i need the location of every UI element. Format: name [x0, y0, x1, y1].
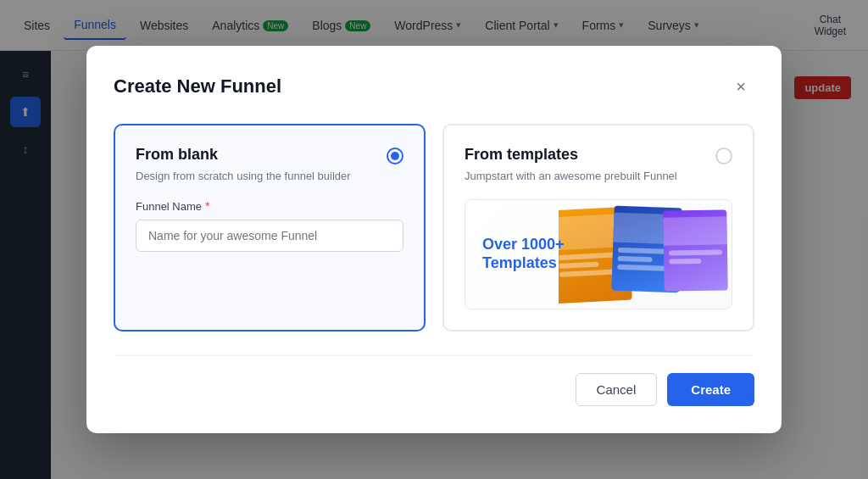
modal-close-button[interactable]: × — [727, 73, 754, 100]
templates-sub: Templates — [482, 254, 565, 273]
from-blank-radio[interactable] — [387, 148, 403, 164]
funnel-name-label: Funnel Name * — [136, 199, 403, 213]
templates-mockup — [559, 200, 732, 309]
modal-footer: Cancel Create — [114, 355, 754, 406]
modal-title: Create New Funnel — [114, 75, 281, 97]
options-row: From blank Design from scratch using the… — [114, 124, 754, 331]
funnel-name-input[interactable] — [136, 220, 403, 252]
from-blank-header: From blank — [136, 146, 403, 164]
from-blank-option[interactable]: From blank Design from scratch using the… — [114, 124, 426, 331]
modal-overlay: Create New Funnel × From blank Design fr… — [0, 0, 868, 479]
from-blank-title: From blank — [136, 146, 218, 164]
funnel-name-group: Funnel Name * — [136, 199, 403, 252]
create-button[interactable]: Create — [667, 373, 754, 406]
template-card-3 — [663, 209, 728, 291]
create-funnel-modal: Create New Funnel × From blank Design fr… — [86, 46, 782, 433]
from-templates-title: From templates — [465, 146, 578, 164]
templates-preview: Over 1000+ Templates — [465, 199, 732, 309]
required-indicator: * — [205, 199, 209, 213]
templates-label-area: Over 1000+ Templates — [482, 236, 565, 272]
from-templates-header: From templates — [465, 146, 732, 164]
from-templates-option[interactable]: From templates Jumpstart with an awesome… — [442, 124, 754, 331]
templates-count: Over 1000+ — [482, 236, 565, 254]
from-templates-desc: Jumpstart with an awesome prebuilt Funne… — [465, 170, 732, 182]
modal-header: Create New Funnel × — [114, 73, 754, 100]
from-blank-desc: Design from scratch using the funnel bui… — [136, 170, 403, 182]
from-templates-radio[interactable] — [715, 148, 732, 164]
cancel-button[interactable]: Cancel — [576, 373, 658, 406]
